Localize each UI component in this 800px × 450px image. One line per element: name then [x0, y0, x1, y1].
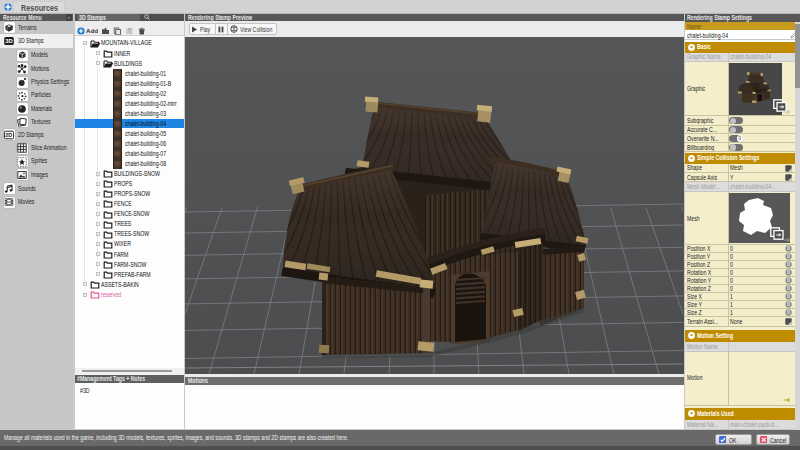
svg-text:0: 0	[787, 253, 790, 259]
svg-text:2D: 2D	[6, 132, 13, 138]
svg-text:0: 0	[787, 285, 790, 291]
svg-text:0: 0	[787, 277, 790, 283]
svg-text:0: 0	[787, 261, 790, 267]
svg-text:3D: 3D	[5, 38, 12, 44]
svg-text:0: 0	[787, 293, 790, 299]
svg-text:0: 0	[787, 301, 790, 307]
svg-text:0: 0	[787, 269, 790, 275]
svg-text:0: 0	[787, 309, 790, 315]
svg-text:Add: Add	[86, 27, 98, 34]
svg-text:0: 0	[787, 245, 790, 251]
